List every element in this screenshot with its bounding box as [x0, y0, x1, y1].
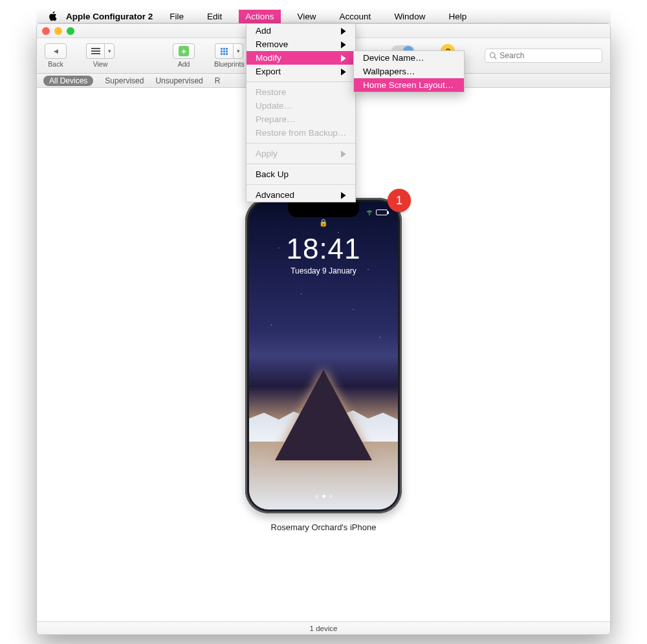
- search-icon: [489, 52, 497, 59]
- menu-advanced[interactable]: Advanced▶: [247, 188, 355, 202]
- submenu-arrow-icon: ▶: [341, 53, 346, 63]
- add-label: Add: [178, 60, 190, 68]
- menu-modify[interactable]: Modify▶: [247, 51, 355, 65]
- submenu-arrow-icon: ▶: [341, 67, 346, 76]
- menu-add[interactable]: Add▶: [247, 24, 355, 38]
- toolbar-blueprints-group: ▾ Blueprints: [214, 43, 245, 68]
- app-title: Apple Configurator 2: [66, 12, 153, 21]
- menu-restore: Restore: [247, 85, 355, 99]
- page-indicator: [249, 495, 398, 498]
- status-bar: 1 device: [37, 621, 610, 634]
- menu-apply: Apply▶: [247, 147, 355, 160]
- svg-line-4: [495, 57, 497, 59]
- svg-rect-1: [91, 50, 100, 52]
- device-thumbnail: 🔒 18:41 Tuesday 9 January: [245, 198, 402, 513]
- blueprints-label: Blueprints: [214, 60, 245, 68]
- menu-remove[interactable]: Remove▶: [247, 38, 355, 51]
- menu-backup[interactable]: Back Up: [247, 167, 355, 181]
- minimize-button[interactable]: [54, 27, 62, 35]
- chevron-down-icon: ▾: [237, 48, 240, 54]
- menu-separator: [247, 164, 355, 164]
- menu-prepare: Prepare…: [247, 113, 355, 126]
- wifi-icon: [366, 208, 373, 216]
- menu-help[interactable]: Help: [442, 10, 473, 23]
- submenu-arrow-icon: ▶: [341, 26, 346, 36]
- device-notch: [288, 202, 359, 217]
- view-mode-button[interactable]: [86, 43, 104, 59]
- menu-view[interactable]: View: [291, 10, 323, 23]
- filter-recovery[interactable]: R: [215, 76, 221, 85]
- actions-dropdown: Add▶ Remove▶ Modify▶ Export▶ Restore Upd…: [246, 23, 356, 202]
- filter-unsupervised[interactable]: Unsupervised: [155, 76, 203, 85]
- apple-logo-icon: [48, 11, 57, 21]
- toolbar-back-group: ◀ Back: [45, 43, 67, 68]
- toolbar-view-group: ▾ View: [86, 43, 115, 68]
- close-button[interactable]: [42, 27, 50, 35]
- svg-point-3: [490, 53, 496, 58]
- back-button[interactable]: ◀: [45, 43, 67, 59]
- submenu-wallpapers[interactable]: Wallpapers…: [354, 65, 464, 78]
- submenu-arrow-icon: ▶: [341, 190, 346, 200]
- menu-restore-backup: Restore from Backup…: [247, 126, 355, 140]
- lock-icon: 🔒: [319, 219, 328, 227]
- menu-update: Update…: [247, 99, 355, 113]
- blueprints-dropdown-button[interactable]: ▾: [233, 43, 243, 59]
- device-label: Rosemary Orchard's iPhone: [271, 522, 377, 532]
- submenu-device-name[interactable]: Device Name…: [354, 51, 464, 65]
- chevron-left-icon: ◀: [54, 48, 58, 54]
- traffic-lights: [42, 27, 74, 35]
- grid-icon: [221, 48, 228, 55]
- menu-separator: [247, 184, 355, 185]
- zoom-button[interactable]: [67, 27, 74, 35]
- submenu-home-screen-layout[interactable]: Home Screen Layout…: [354, 78, 464, 92]
- svg-rect-2: [91, 53, 100, 54]
- menu-export[interactable]: Export▶: [247, 65, 355, 78]
- menu-separator: [247, 81, 355, 82]
- back-label: Back: [48, 60, 63, 68]
- menu-window[interactable]: Window: [388, 10, 432, 23]
- menu-separator: [247, 143, 355, 144]
- search-field[interactable]: [485, 48, 602, 63]
- mac-menubar: Apple Configurator 2 File Edit Actions V…: [36, 9, 611, 23]
- device-item[interactable]: 🔒 18:41 Tuesday 9 January: [245, 198, 402, 532]
- device-count: 1 device: [310, 625, 338, 632]
- list-icon: [91, 47, 100, 55]
- submenu-arrow-icon: ▶: [341, 149, 346, 158]
- filter-supervised[interactable]: Supervised: [105, 76, 144, 85]
- menu-file[interactable]: File: [163, 10, 190, 23]
- view-dropdown-button[interactable]: ▾: [104, 43, 115, 59]
- toolbar-add-group: + Add: [173, 43, 195, 68]
- lockscreen-clock: 18:41 Tuesday 9 January: [249, 233, 398, 275]
- plus-icon: +: [179, 46, 189, 56]
- device-date: Tuesday 9 January: [249, 266, 398, 275]
- submenu-arrow-icon: ▶: [341, 39, 346, 49]
- menu-account[interactable]: Account: [333, 10, 378, 23]
- battery-icon: [376, 209, 388, 215]
- menu-actions[interactable]: Actions: [239, 10, 280, 23]
- menu-edit[interactable]: Edit: [201, 10, 228, 23]
- blueprints-button[interactable]: [215, 43, 233, 59]
- notification-badge: 1: [388, 189, 411, 212]
- device-time: 18:41: [249, 233, 398, 265]
- modify-submenu: Device Name… Wallpapers… Home Screen Lay…: [353, 50, 465, 92]
- svg-rect-0: [91, 48, 100, 49]
- view-label: View: [93, 60, 108, 68]
- add-button[interactable]: +: [173, 43, 195, 59]
- chevron-down-icon: ▾: [108, 48, 111, 54]
- search-input[interactable]: [499, 51, 598, 60]
- filter-all-devices[interactable]: All Devices: [43, 76, 93, 86]
